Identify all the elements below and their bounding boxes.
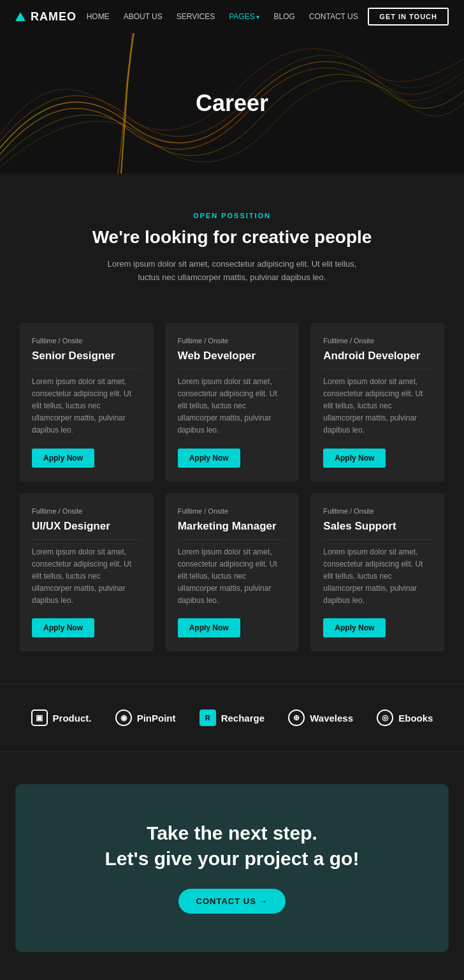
partner-logo-3: ⊕Waveless — [288, 709, 353, 726]
hero-title: Career — [196, 90, 268, 117]
partner-logo-4: ◎Ebooks — [377, 709, 433, 726]
partner-logos-strip: ▣Product.◉PinPointRRecharge⊕Waveless◎Ebo… — [0, 683, 464, 752]
job-type-1: Fulltime / Onsite — [178, 337, 287, 345]
open-position-section: OPEN POSSITION We're looking for creativ… — [0, 174, 464, 316]
partner-name-3: Waveless — [310, 713, 353, 724]
job-title-2: Android Developer — [323, 350, 432, 369]
jobs-grid: Fulltime / Onsite Senior Designer Lorem … — [0, 316, 464, 684]
nav-link-about-us[interactable]: ABOUT US — [124, 12, 163, 21]
nav-link-blog[interactable]: BLOG — [273, 12, 294, 21]
job-type-0: Fulltime / Onsite — [32, 337, 141, 345]
nav-links: HOMEABOUT USSERVICESPAGESBLOGCONTACT US — [87, 12, 358, 21]
job-card-1: Fulltime / Onsite Web Developer Lorem ip… — [165, 323, 300, 482]
apply-button-5[interactable]: Apply Now — [323, 618, 386, 637]
partner-name-4: Ebooks — [398, 713, 433, 724]
job-type-2: Fulltime / Onsite — [323, 337, 432, 345]
apply-button-1[interactable]: Apply Now — [178, 449, 240, 468]
navbar: RAMEO HOMEABOUT USSERVICESPAGESBLOGCONTA… — [0, 0, 464, 33]
job-desc-0: Lorem ipsum dolor sit amet, consectetur … — [32, 376, 141, 437]
contact-us-button[interactable]: CONTACT US → — [178, 889, 286, 914]
job-type-5: Fulltime / Onsite — [323, 507, 432, 515]
partner-logo-2: RRecharge — [199, 709, 265, 726]
nav-link-contact-us[interactable]: CONTACT US — [309, 12, 358, 21]
apply-button-4[interactable]: Apply Now — [178, 618, 240, 637]
cta-section: Take the next step. Let's give your proj… — [15, 784, 449, 952]
job-desc-3: Lorem ipsum dolor sit amet, consectetur … — [32, 546, 141, 607]
job-title-5: Sales Support — [323, 520, 432, 540]
job-title-1: Web Developer — [178, 350, 287, 369]
get-in-touch-button[interactable]: GET IN TOUCH — [368, 8, 449, 26]
job-title-4: Marketing Manager — [178, 520, 287, 540]
nav-link-home[interactable]: HOME — [87, 12, 110, 21]
job-card-2: Fulltime / Onsite Android Developer Lore… — [310, 323, 445, 482]
job-desc-2: Lorem ipsum dolor sit amet, consectetur … — [323, 376, 432, 437]
apply-button-2[interactable]: Apply Now — [323, 449, 386, 468]
apply-button-3[interactable]: Apply Now — [32, 618, 94, 637]
section-title: We're looking for creative people — [25, 227, 439, 248]
apply-button-0[interactable]: Apply Now — [32, 449, 94, 468]
brand-logo[interactable]: RAMEO — [15, 10, 76, 24]
job-card-5: Fulltime / Onsite Sales Support Lorem ip… — [310, 493, 445, 652]
section-description: Lorem ipsum dolor sit amet, consectetur … — [98, 258, 366, 285]
job-card-0: Fulltime / Onsite Senior Designer Lorem … — [19, 323, 154, 482]
nav-link-services[interactable]: SERVICES — [177, 12, 215, 21]
partner-name-1: PinPoint — [137, 713, 176, 724]
job-desc-4: Lorem ipsum dolor sit amet, consectetur … — [178, 546, 287, 607]
hero-section: Career — [0, 33, 464, 174]
partner-name-0: Product. — [53, 713, 92, 724]
brand-name: RAMEO — [31, 10, 76, 24]
job-desc-1: Lorem ipsum dolor sit amet, consectetur … — [178, 376, 287, 437]
logo-triangle-icon — [15, 12, 25, 21]
cta-wrapper: Take the next step. Let's give your proj… — [0, 752, 464, 980]
job-title-0: Senior Designer — [32, 350, 141, 369]
job-card-4: Fulltime / Onsite Marketing Manager Lore… — [165, 493, 300, 652]
job-card-3: Fulltime / Onsite UI/UX Designer Lorem i… — [19, 493, 154, 652]
job-desc-5: Lorem ipsum dolor sit amet, consectetur … — [323, 546, 432, 607]
cta-subtitle: Let's give your project a go! — [41, 848, 423, 870]
partner-logo-1: ◉PinPoint — [115, 709, 176, 726]
section-label: OPEN POSSITION — [25, 212, 439, 219]
job-type-3: Fulltime / Onsite — [32, 507, 141, 515]
partner-name-2: Recharge — [221, 713, 265, 724]
nav-link-pages[interactable]: PAGES — [229, 12, 259, 21]
cta-title: Take the next step. — [41, 822, 423, 844]
job-title-3: UI/UX Designer — [32, 520, 141, 540]
job-type-4: Fulltime / Onsite — [178, 507, 287, 515]
partner-logo-0: ▣Product. — [31, 709, 92, 726]
